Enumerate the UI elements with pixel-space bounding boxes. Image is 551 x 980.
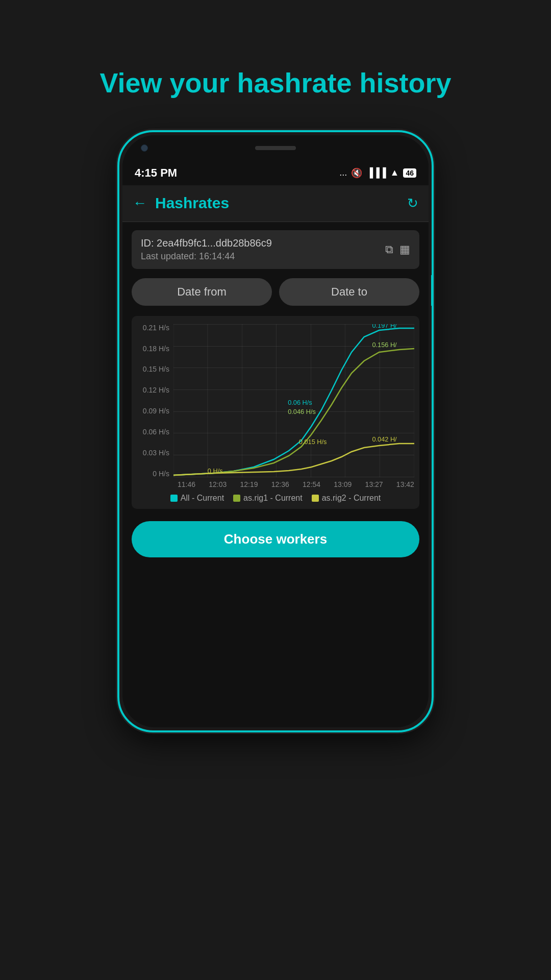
mute-icon: 🔇 [351,167,362,179]
svg-text:0.156 H/: 0.156 H/ [372,341,397,349]
side-volume-button [431,275,434,306]
hashrate-chart: 0.21 H/s 0.18 H/s 0.15 H/s 0.12 H/s 0.09… [132,316,419,509]
chart-svg: 0.197 H/ 0.156 H/ 0.06 H/s 0.046 H/s 0.0… [173,324,414,477]
legend-color-rig1 [233,495,240,502]
x-label-1: 12:03 [209,480,227,488]
y-label-4: 0.09 H/s [143,407,169,414]
chart-plot: 0.197 H/ 0.156 H/ 0.06 H/s 0.046 H/s 0.0… [173,324,414,477]
chart-legend: All - Current as.rig1 - Current as.rig2 … [137,494,414,503]
camera-icon [141,144,148,152]
svg-text:0.015 H/s: 0.015 H/s [299,438,327,446]
wifi-icon: ▲ [390,167,399,178]
date-row: Date from Date to [132,278,419,306]
legend-item-all: All - Current [170,494,224,503]
speaker [255,146,296,150]
y-label-3: 0.12 H/s [143,386,169,394]
back-button[interactable]: ← [133,196,147,210]
y-label-6: 0.03 H/s [143,449,169,456]
x-label-3: 12:36 [271,480,289,488]
svg-text:0.197 H/: 0.197 H/ [372,324,397,329]
status-icons: ... 🔇 ▐▐▐ ▲ 46 [339,167,416,179]
choose-workers-button[interactable]: Choose workers [132,521,419,557]
id-text: ID: 2ea4fb9fc1...ddb28b86c9 [141,237,272,249]
svg-text:0 H/s: 0 H/s [208,467,223,475]
app-bar: ← Hashrates ↻ [122,185,429,222]
phone-mockup: 4:15 PM ... 🔇 ▐▐▐ ▲ 46 ← Hashrates ↻ [117,130,434,732]
y-label-5: 0.06 H/s [143,428,169,435]
y-label-7: 0 H/s [153,470,169,477]
date-from-button[interactable]: Date from [132,278,272,306]
chart-area: 0.21 H/s 0.18 H/s 0.15 H/s 0.12 H/s 0.09… [137,324,414,477]
id-actions: ⧉ ▦ [385,243,410,256]
y-label-0: 0.21 H/s [143,324,169,331]
status-bar: 4:15 PM ... 🔇 ▐▐▐ ▲ 46 [122,161,429,185]
legend-color-all [170,495,178,502]
svg-text:0.046 H/s: 0.046 H/s [288,408,316,415]
x-label-0: 11:46 [178,480,195,488]
x-label-5: 13:09 [334,480,352,488]
copy-button[interactable]: ⧉ [385,243,393,256]
content-area: ID: 2ea4fb9fc1...ddb28b86c9 Last updated… [122,222,429,566]
x-label-6: 13:27 [365,480,383,488]
y-axis: 0.21 H/s 0.18 H/s 0.15 H/s 0.12 H/s 0.09… [137,324,173,477]
legend-item-rig2: as.rig2 - Current [312,494,381,503]
app-bar-title: Hashrates [155,194,407,212]
page-title: View your hashrate history [71,66,480,100]
x-label-2: 12:19 [240,480,258,488]
phone-top-bar [122,135,429,161]
date-to-button[interactable]: Date to [279,278,419,306]
x-axis: 11:46 12:03 12:19 12:36 12:54 13:09 13:2… [137,477,414,488]
last-updated-text: Last updated: 16:14:44 [141,251,272,262]
legend-label-all: All - Current [181,494,224,503]
refresh-button[interactable]: ↻ [407,195,418,211]
legend-label-rig2: as.rig2 - Current [322,494,381,503]
dots-icon: ... [339,167,347,178]
legend-color-rig2 [312,495,319,502]
legend-label-rig1: as.rig1 - Current [243,494,303,503]
y-label-1: 0.18 H/s [143,345,169,352]
battery-indicator: 46 [403,168,416,178]
qr-button[interactable]: ▦ [399,243,410,256]
svg-text:0.042 H/: 0.042 H/ [372,435,397,443]
x-label-4: 12:54 [303,480,320,488]
status-time: 4:15 PM [135,166,177,180]
legend-item-rig1: as.rig1 - Current [233,494,303,503]
id-card: ID: 2ea4fb9fc1...ddb28b86c9 Last updated… [132,230,419,269]
y-label-2: 0.15 H/s [143,365,169,373]
signal-icon: ▐▐▐ [366,167,386,178]
svg-text:0.06 H/s: 0.06 H/s [288,399,312,406]
x-label-7: 13:42 [396,480,414,488]
id-info: ID: 2ea4fb9fc1...ddb28b86c9 Last updated… [141,237,272,262]
